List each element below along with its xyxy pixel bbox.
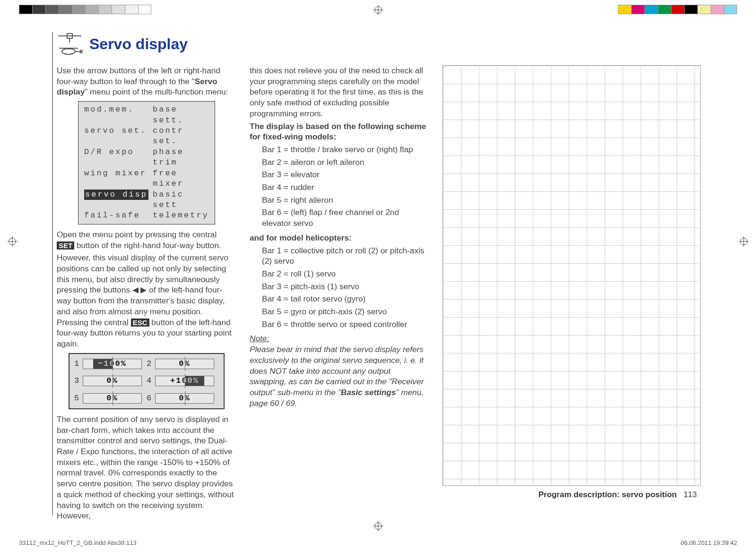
menu-row: mod.mem.base sett. xyxy=(84,104,209,126)
fixed-wing-bar-list: Bar 1 = throttle / brake servo or (right… xyxy=(250,144,429,229)
slug-file: 33112_mx12_HoTT_2_GB.indd Abs38:113 xyxy=(19,539,137,546)
esc-key: ESC xyxy=(131,319,149,327)
basic-settings-ref: Basic settings xyxy=(341,388,396,397)
continuation-text: this does not relieve you of the need to… xyxy=(250,65,429,119)
note-block: Note: Please bear in mind that the servo… xyxy=(250,333,429,408)
swatch-cyan xyxy=(644,5,658,14)
heli-heading: and for model helicopters: xyxy=(250,233,429,243)
servo-value: 0% xyxy=(156,394,214,403)
bar-definition: Bar 6 = throttle servo or speed controll… xyxy=(262,319,429,330)
servo-bar: 0% xyxy=(83,376,142,386)
bar-definition: Bar 2 = roll (1) servo xyxy=(262,268,429,279)
text: Open the menu point by pressing the cent… xyxy=(57,230,217,239)
menu-item-right: contr set. xyxy=(153,126,209,147)
registration-mark-top xyxy=(373,5,383,17)
page-number: 113 xyxy=(684,490,697,499)
menu-item-left: wing mixer xyxy=(84,168,153,190)
bar-definition: Bar 4 = tail rotor servo (gyro) xyxy=(262,293,429,304)
registration-mark-left xyxy=(7,236,17,249)
servo-number: 4 xyxy=(147,376,155,386)
servo-value: 0% xyxy=(156,359,214,369)
servo-bar: −100% xyxy=(83,359,142,369)
display-info-text: However, this visual display of the curr… xyxy=(57,252,236,349)
menu-row: fail-safetelemetry xyxy=(84,210,209,221)
servo-number: 1 xyxy=(74,359,83,369)
swatch-yellow xyxy=(618,5,631,14)
bar-chart-description: The current position of any servo is dis… xyxy=(57,414,236,521)
column-middle: this does not relieve you of the need to… xyxy=(250,65,429,523)
set-key: SET xyxy=(57,242,74,250)
menu-item-right: telemetry xyxy=(153,210,209,221)
open-menu-text: Open the menu point by pressing the cent… xyxy=(57,229,236,250)
swatch-green xyxy=(658,5,671,14)
menu-row: wing mixerfree mixer xyxy=(84,168,209,190)
color-swatches xyxy=(618,5,737,14)
servo-value: −100% xyxy=(83,359,141,369)
menu-item-selected: servo disp xyxy=(84,190,148,200)
page-header: Servo display xyxy=(53,32,704,56)
swatch-lt-yellow xyxy=(697,5,711,14)
menu-item-right: free mixer xyxy=(153,168,209,190)
page-footer: Program description: servo position 113 xyxy=(443,490,701,500)
model-type-icon xyxy=(57,32,83,56)
intro-text: Use the arrow buttons of the left or rig… xyxy=(57,65,236,97)
page-title: Servo display xyxy=(89,35,188,53)
swatch-red xyxy=(671,5,684,14)
bar-definition: Bar 1 = throttle / brake servo or (right… xyxy=(262,144,429,155)
swatch-gray80 xyxy=(45,5,59,14)
servo-row: 30%4+100% xyxy=(74,376,219,386)
menu-screenshot: mod.mem.base sett.servo set.contr set.D/… xyxy=(78,101,215,224)
swatch-lt-cyan xyxy=(724,5,737,14)
menu-item-right: base sett. xyxy=(153,104,209,126)
swatch-gray60 xyxy=(72,5,85,14)
servo-value: +100% xyxy=(156,376,214,386)
servo-bar: +100% xyxy=(155,376,214,386)
servo-number: 3 xyxy=(74,376,83,386)
swatch-gray70 xyxy=(59,5,72,14)
swatch-k xyxy=(684,5,697,14)
bar-definition: Bar 5 = gyro or pitch-axis (2) servo xyxy=(262,306,429,317)
footer-description: Program description: servo position xyxy=(539,490,677,499)
text: button of the right-hand four-way button… xyxy=(74,241,221,250)
swatch-gray50 xyxy=(85,5,98,14)
swatch-gray20 xyxy=(125,5,138,14)
swatch-magenta xyxy=(631,5,644,14)
servo-number: 5 xyxy=(74,393,83,404)
menu-item-right: basic sett xyxy=(153,190,209,211)
notes-grid xyxy=(443,65,701,486)
servo-value: 0% xyxy=(83,376,141,386)
servo-bar: 0% xyxy=(83,393,142,404)
servo-display-screenshot: 1−100%20%30%4+100%50%60% xyxy=(69,353,225,409)
servo-row: 1−100%20% xyxy=(74,359,219,369)
bar-definition: Bar 2 = aileron or left aileron xyxy=(262,157,429,168)
menu-row: D/R expophase trim xyxy=(84,147,209,168)
servo-value: 0% xyxy=(83,394,141,403)
note-label: Note: xyxy=(250,334,269,343)
bar-definition: Bar 1 = collective pitch or roll (2) or … xyxy=(262,245,429,267)
swatch-gray40 xyxy=(98,5,112,14)
bar-definition: Bar 4 = rudder xyxy=(262,182,429,193)
servo-bar: 0% xyxy=(155,393,214,404)
bar-definition: Bar 6 = (left) flap / free channel or 2n… xyxy=(262,207,429,228)
bar-definition: Bar 3 = pitch-axis (1) servo xyxy=(262,281,429,292)
menu-item-left: D/R expo xyxy=(84,147,153,168)
menu-item-left: mod.mem. xyxy=(84,104,153,126)
swatch-white xyxy=(138,5,151,14)
swatch-gray30 xyxy=(112,5,125,14)
swatch-black xyxy=(19,5,32,14)
text: " menu point of the multi-function menu: xyxy=(85,87,228,96)
servo-row: 50%60% xyxy=(74,393,219,404)
menu-item-right: phase trim xyxy=(153,147,209,168)
column-left: Use the arrow buttons of the left or rig… xyxy=(57,65,236,523)
bar-definition: Bar 3 = elevator xyxy=(262,169,429,180)
grayscale-swatches xyxy=(19,5,151,14)
text: However, this visual display of the curr… xyxy=(57,253,228,327)
slug-datetime: 06.06.2011 19:39:42 xyxy=(681,539,737,546)
column-right: Program description: servo position 113 xyxy=(443,65,701,523)
menu-item-left: servo set. xyxy=(84,126,153,147)
servo-bar: 0% xyxy=(155,359,214,369)
servo-number: 6 xyxy=(147,393,155,404)
fixed-wing-heading: The display is based on the following sc… xyxy=(250,121,429,142)
servo-number: 2 xyxy=(147,359,155,369)
heli-bar-list: Bar 1 = collective pitch or roll (2) or … xyxy=(250,245,429,330)
